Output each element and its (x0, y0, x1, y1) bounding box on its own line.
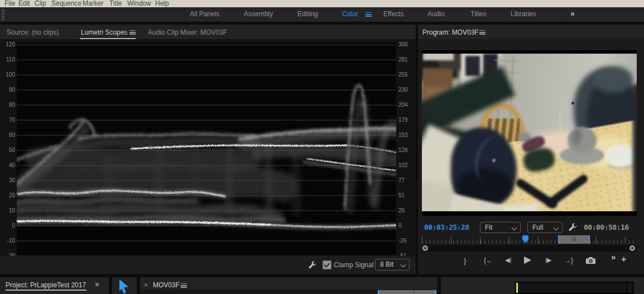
project-panel-overflow-button[interactable]: » (95, 279, 99, 288)
premiere-window: FileEditClipSequenceMarkerTitleWindowHel… (0, 0, 644, 294)
menu-marker[interactable]: Marker (83, 0, 103, 7)
scale-label: -10 (1, 238, 15, 244)
scale-label: 0 (1, 222, 15, 229)
menu-sequence[interactable]: Sequence (51, 0, 81, 7)
menu-edit[interactable]: Edit (18, 0, 30, 7)
workspace-tab-color[interactable]: Color (342, 10, 358, 18)
workspace-tab-titles[interactable]: Titles (470, 10, 486, 18)
range-grip-icon[interactable] (572, 238, 577, 241)
scrollbar-right-handle[interactable] (629, 245, 635, 251)
lumetri-scopes-panel: Source: (no clips) Lumetri Scopes Audio … (0, 25, 416, 274)
scale-label: 51 (398, 192, 405, 199)
playback-resolution-dropdown[interactable]: Full (527, 222, 563, 233)
scale-label: 100 (1, 72, 15, 78)
button-editor-button[interactable]: + (621, 255, 626, 264)
scale-label: 10 (1, 207, 15, 214)
zoom-level-value: Fit (485, 224, 492, 231)
program-video-frame[interactable] (422, 50, 637, 216)
workspace-tab-libraries[interactable]: Libraries (511, 10, 536, 18)
scale-label: 0 (398, 222, 402, 229)
workspace-tab-audio[interactable]: Audio (427, 10, 445, 18)
timeline-panel-menu-icon[interactable] (181, 283, 187, 288)
scale-label: 204 (398, 102, 408, 108)
check-icon (324, 261, 330, 267)
menu-file[interactable]: File (4, 0, 15, 7)
bit-depth-dropdown[interactable]: 8 Bit (375, 259, 410, 271)
playback-resolution-value: Full (532, 224, 543, 231)
in-out-range[interactable] (558, 235, 590, 244)
go-to-in-button[interactable]: {← (484, 257, 493, 264)
scale-label: 281 (398, 56, 408, 63)
play-button[interactable]: ▶ (524, 255, 531, 264)
scale-label: -26 (398, 238, 406, 244)
scale-label: 102 (398, 162, 408, 169)
chevron-down-icon (512, 225, 517, 231)
clamp-signal-checkbox[interactable] (323, 260, 331, 269)
scale-label: 230 (398, 87, 408, 93)
tab-project[interactable]: Project: PrLappieTest 2017 (6, 281, 86, 289)
color-workspace-menu-icon[interactable] (366, 12, 372, 17)
program-panel-menu-icon[interactable] (479, 30, 486, 35)
tab-audio-clip-mixer[interactable]: Audio Clip Mixer: MOV03F (148, 29, 227, 36)
audio-meter-level (516, 283, 518, 293)
workspace-tab-effects[interactable]: Effects (383, 10, 403, 18)
program-monitor-panel: Program: MOV03F (418, 25, 644, 274)
active-tab-underline (6, 290, 86, 291)
scope-footer: Clamp Signal 8 Bit (0, 256, 416, 274)
scope-settings-wrench-icon[interactable] (308, 260, 316, 269)
lumetri-scopes-menu-icon[interactable] (129, 30, 136, 35)
scale-label: 110 (1, 56, 15, 63)
bottom-panel-strip: Project: PrLappieTest 2017 » × MOV03F (0, 277, 644, 294)
scale-label: 90 (1, 87, 15, 93)
tab-lumetri-scopes[interactable]: Lumetri Scopes (81, 29, 127, 36)
step-back-button[interactable]: ◀| (505, 257, 511, 263)
menu-clip[interactable]: Clip (35, 0, 46, 7)
scrollbar-left-handle[interactable] (422, 245, 428, 251)
workspace-tab-all-panels[interactable]: All Panels (190, 10, 219, 18)
workspace-tab-editing[interactable]: Editing (297, 10, 318, 18)
tab-source[interactable]: Source: (no clips) (7, 29, 59, 36)
scale-label: 26 (398, 207, 405, 214)
waveform-svg (17, 42, 396, 258)
scale-label: 80 (1, 102, 15, 108)
scale-label: 128 (398, 147, 408, 154)
scale-label: 70 (1, 117, 15, 124)
step-forward-button[interactable]: |▶ (545, 257, 551, 263)
workspace-bar: » All PanelsAssemblyEditingColorEffectsA… (0, 7, 644, 22)
menu-title[interactable]: Title (109, 0, 122, 7)
scale-label: 77 (398, 177, 405, 184)
scale-label: 153 (398, 132, 408, 139)
menu-bar: FileEditClipSequenceMarkerTitleWindowHel… (0, 0, 644, 7)
program-settings-wrench-icon[interactable] (568, 222, 577, 231)
mark-out-button[interactable]: } (464, 257, 466, 264)
current-timecode[interactable]: 00:03:25:28 (424, 223, 469, 231)
tab-timeline-mov03f[interactable]: MOV03F (153, 281, 180, 289)
scale-label: 20 (1, 192, 15, 199)
audio-meter-box (515, 282, 634, 294)
white-bowl (605, 145, 635, 167)
go-to-out-button[interactable]: →} (564, 257, 573, 264)
bit-depth-value: 8 Bit (380, 260, 393, 268)
menu-help[interactable]: Help (155, 0, 169, 7)
chevron-down-icon (401, 262, 406, 268)
workspace-tab-assembly[interactable]: Assembly (244, 10, 273, 18)
panel-grip-icon[interactable] (2, 10, 4, 21)
program-scrollbar[interactable] (422, 245, 637, 252)
zoom-level-dropdown[interactable]: Fit (480, 222, 521, 233)
tab-program[interactable]: Program: MOV03F (422, 29, 479, 36)
scale-label: 50 (1, 147, 15, 154)
timeline-zoom-scrollbar[interactable] (378, 290, 436, 294)
selection-tool-icon[interactable] (118, 279, 129, 294)
sequence-duration: 00:00:58:16 (584, 223, 629, 231)
scale-label: 120 (1, 41, 15, 48)
clamp-signal-label: Clamp Signal (334, 261, 373, 269)
export-frame-button[interactable] (585, 257, 596, 266)
workspace-overflow-button[interactable]: » (570, 9, 575, 18)
scale-label: 40 (1, 162, 15, 169)
program-time-ruler[interactable] (422, 235, 637, 244)
menu-window[interactable]: Window (127, 0, 151, 7)
timeline-close-icon[interactable]: × (144, 281, 148, 289)
more-buttons[interactable]: » (611, 253, 616, 261)
chevron-down-icon (554, 225, 559, 231)
scope-panel-tabbar: Source: (no clips) Lumetri Scopes Audio … (0, 25, 416, 39)
